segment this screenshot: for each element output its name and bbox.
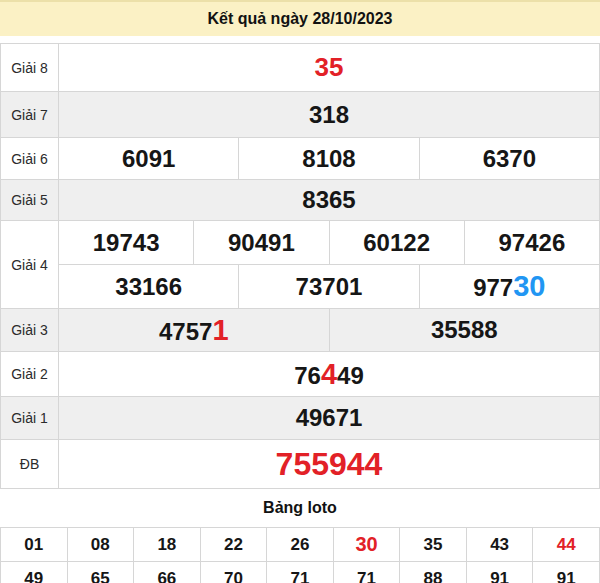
prize-line: 35 [59, 44, 599, 91]
loto-cell: 88 [400, 562, 467, 583]
loto-cell: 49 [1, 562, 68, 583]
value-text: 97730 [473, 270, 545, 303]
loto-cell: 26 [267, 528, 334, 562]
value-text: 65 [91, 569, 110, 583]
value-text: 60122 [363, 229, 430, 257]
value-segment: 71 [291, 569, 310, 583]
loto-cell: 08 [67, 528, 134, 562]
prize-lines: 8365 [59, 180, 599, 220]
value-segment: 4757 [159, 318, 212, 345]
prize-lines: 19743904916012297426331667370197730 [59, 221, 599, 308]
value-text: 44 [557, 535, 576, 554]
prize-value: 8365 [59, 180, 599, 220]
prize-value: 97426 [464, 221, 599, 264]
prize-label-giai-6: Giải 6 [1, 138, 59, 179]
prize-row-giai-8: Giải 835 [1, 44, 599, 92]
value-text: 22 [224, 535, 243, 554]
loto-table-body: 010818222630354344496566707171889191 [1, 528, 600, 583]
lottery-results-page: Kết quả ngày 28/10/2023 Giải 835Giải 731… [0, 0, 600, 583]
prize-row-db: ĐB755944 [1, 440, 599, 488]
prize-row-giai-4: Giải 41974390491601229742633166737019773… [1, 221, 599, 309]
value-text: 71 [357, 569, 376, 583]
prize-label-giai-3: Giải 3 [1, 309, 59, 351]
value-text: 30 [355, 536, 377, 555]
value-segment: 755944 [276, 446, 383, 482]
value-segment: 88 [424, 569, 443, 583]
prize-value: 47571 [59, 309, 329, 351]
value-segment: 91 [557, 569, 576, 583]
value-segment: 977 [473, 274, 513, 301]
prize-line: 19743904916012297426 [59, 221, 599, 264]
value-text: 35 [424, 535, 443, 554]
loto-cell: 91 [466, 562, 533, 583]
value-text: 43 [490, 535, 509, 554]
loto-header: Bảng loto [0, 489, 600, 527]
value-text: 26 [291, 535, 310, 554]
prize-value: 35588 [329, 309, 600, 351]
value-text: 8108 [302, 145, 355, 173]
prize-value: 8108 [238, 138, 418, 179]
prize-value: 97730 [419, 265, 599, 308]
prize-value: 35 [59, 44, 599, 91]
value-segment: 35 [315, 52, 344, 82]
value-segment: 97426 [499, 229, 566, 256]
value-text: 08 [91, 535, 110, 554]
value-segment: 30 [513, 270, 545, 302]
value-text: 19743 [93, 229, 160, 257]
prize-line: 755944 [59, 440, 599, 488]
value-text: 8365 [302, 186, 355, 214]
prize-row-giai-5: Giải 58365 [1, 180, 599, 221]
prize-lines: 49671 [59, 397, 599, 439]
prize-row-giai-3: Giải 34757135588 [1, 309, 599, 352]
loto-cell: 71 [333, 562, 400, 583]
value-segment: 49 [337, 362, 364, 389]
loto-cell: 65 [67, 562, 134, 583]
loto-row: 496566707171889191 [1, 562, 600, 583]
value-segment: 8108 [302, 145, 355, 172]
value-segment: 08 [91, 535, 110, 554]
value-segment: 44 [557, 535, 576, 554]
loto-title: Bảng loto [263, 499, 337, 517]
prize-lines: 76449 [59, 352, 599, 396]
prize-lines: 609181086370 [59, 138, 599, 179]
value-text: 35 [315, 52, 344, 83]
prize-line: 331667370197730 [59, 264, 599, 308]
value-text: 97426 [499, 229, 566, 257]
value-text: 47571 [159, 314, 229, 347]
value-text: 70 [224, 569, 243, 583]
value-segment: 35588 [431, 316, 498, 343]
prize-value: 755944 [59, 440, 599, 488]
value-segment: 66 [157, 569, 176, 583]
header-spacer [0, 36, 600, 43]
value-segment: 91 [490, 569, 509, 583]
loto-cell: 35 [400, 528, 467, 562]
value-text: 49671 [296, 404, 363, 432]
value-segment: 26 [291, 535, 310, 554]
value-segment: 76 [294, 362, 321, 389]
loto-cell: 70 [200, 562, 267, 583]
prize-value: 73701 [238, 265, 418, 308]
value-segment: 43 [490, 535, 509, 554]
prize-value: 90491 [193, 221, 328, 264]
loto-cell: 30 [333, 528, 400, 562]
prize-value: 6091 [59, 138, 238, 179]
value-segment: 70 [224, 569, 243, 583]
value-segment: 33166 [115, 273, 182, 300]
value-segment: 90491 [228, 229, 295, 256]
value-text: 91 [557, 569, 576, 583]
loto-cell: 71 [267, 562, 334, 583]
prize-table: Giải 835Giải 7318Giải 6609181086370Giải … [0, 43, 600, 489]
loto-cell: 91 [533, 562, 600, 583]
value-segment: 71 [357, 569, 376, 583]
prize-line: 49671 [59, 397, 599, 439]
prize-value: 60122 [329, 221, 464, 264]
value-segment: 35 [424, 535, 443, 554]
value-text: 71 [291, 569, 310, 583]
results-title: Kết quả ngày 28/10/2023 [208, 10, 393, 28]
value-segment: 18 [157, 535, 176, 554]
value-text: 91 [490, 569, 509, 583]
prize-line: 8365 [59, 180, 599, 220]
results-header: Kết quả ngày 28/10/2023 [0, 0, 600, 36]
value-text: 33166 [115, 273, 182, 301]
value-segment: 19743 [93, 229, 160, 256]
